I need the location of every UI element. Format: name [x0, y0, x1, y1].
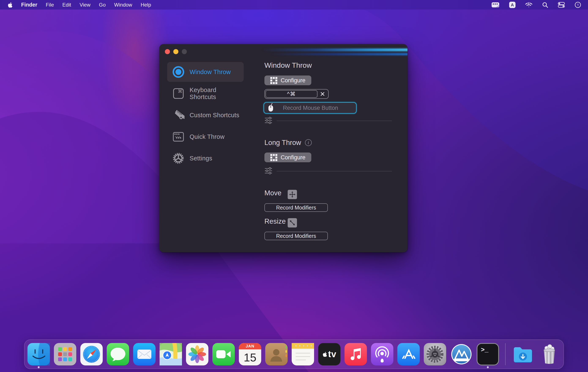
- sliders-icon[interactable]: [264, 166, 273, 176]
- dock-music-icon[interactable]: [345, 343, 367, 365]
- desktop: Finder File Edit View Go Window Help A: [0, 0, 588, 372]
- sidebar-item-quick-throw[interactable]: Quick Throw: [167, 127, 244, 147]
- grid-icon: [270, 154, 277, 161]
- sliders-icon[interactable]: [264, 116, 273, 125]
- dock-tv-icon[interactable]: tv: [318, 343, 340, 365]
- dock-trash-icon[interactable]: [538, 343, 560, 365]
- move-label: Move: [264, 189, 282, 197]
- resize-label: Resize: [264, 217, 286, 225]
- svg-text:A: A: [511, 2, 514, 7]
- sidebar-label: Settings: [189, 155, 212, 162]
- zoom-button[interactable]: [182, 49, 187, 54]
- sidebar-item-keyboard-shortcuts[interactable]: ⌘ Keyboard Shortcuts: [167, 84, 244, 103]
- long-throw-info-icon[interactable]: i: [305, 139, 312, 146]
- resize-record-modifiers-button[interactable]: Record Modifiers: [264, 232, 328, 240]
- keystroke-overlay-icon[interactable]: [491, 2, 500, 8]
- running-indicator: [487, 366, 489, 368]
- calendar-day: 15: [239, 349, 261, 365]
- menu-go[interactable]: Go: [99, 2, 106, 8]
- clear-shortcut-button[interactable]: [317, 90, 328, 98]
- spotlight-icon[interactable]: [542, 2, 548, 8]
- menu-edit[interactable]: Edit: [62, 2, 71, 8]
- shortcut-field[interactable]: ^⌘: [265, 90, 317, 98]
- dock-separator: [505, 343, 505, 365]
- move-icon: [288, 190, 297, 199]
- calendar-month: JAN: [239, 343, 261, 349]
- apple-menu-icon[interactable]: [7, 2, 13, 8]
- dock-contacts-icon[interactable]: [265, 343, 288, 365]
- dock-podcasts-icon[interactable]: [371, 343, 393, 365]
- dock-system-preferences-icon[interactable]: [424, 343, 446, 365]
- dock-finder-icon[interactable]: [28, 343, 50, 365]
- sidebar-label: Quick Throw: [189, 133, 225, 140]
- divider: [277, 120, 392, 121]
- quick-throw-icon: [167, 131, 189, 143]
- main-content: Window Throw Configure ^⌘: [264, 44, 400, 252]
- dock-app-store-icon[interactable]: [397, 343, 420, 365]
- window-throw-icon: [167, 66, 189, 78]
- resize-icon: [288, 218, 297, 228]
- sidebar-label: Custom Shortcuts: [189, 112, 239, 119]
- dock-window-manager-app-icon[interactable]: [450, 343, 472, 365]
- svg-text:⌘: ⌘: [178, 89, 182, 94]
- x-icon: [320, 92, 325, 96]
- clock-icon[interactable]: 7: [575, 1, 581, 8]
- long-throw-heading: Long Throw i: [264, 139, 312, 147]
- dock-calendar-icon[interactable]: JAN 15: [239, 343, 261, 365]
- sidebar-item-settings[interactable]: Settings: [167, 148, 244, 168]
- dock-maps-icon[interactable]: [160, 343, 182, 365]
- grid-icon: [270, 77, 277, 84]
- long-throw-configure-button[interactable]: Configure: [264, 153, 311, 162]
- dock-downloads-folder-icon[interactable]: [512, 343, 534, 365]
- apple-logo: [322, 351, 327, 357]
- window-controls: [165, 49, 187, 54]
- dock-facetime-icon[interactable]: [212, 343, 235, 365]
- menu-bar: Finder File Edit View Go Window Help A: [0, 0, 588, 10]
- window-throw-options-row: [264, 116, 392, 125]
- sidebar-item-custom-shortcuts[interactable]: Custom Shortcuts: [167, 105, 244, 125]
- long-throw-options-row: [264, 166, 392, 176]
- menu-window[interactable]: Window: [114, 2, 132, 8]
- mouse-icon: [267, 103, 274, 113]
- divider: [277, 171, 392, 171]
- record-mouse-button-field[interactable]: Record Mouse Button: [263, 102, 357, 114]
- dock-mail-icon[interactable]: [133, 343, 156, 365]
- keyboard-shortcuts-icon: ⌘: [167, 88, 189, 100]
- sidebar-item-window-throw[interactable]: Window Throw: [167, 62, 244, 82]
- sidebar-label: Keyboard Shortcuts: [189, 87, 244, 100]
- control-center-icon[interactable]: [557, 2, 565, 8]
- record-mouse-placeholder: Record Mouse Button: [274, 105, 347, 111]
- dock-safari-icon[interactable]: [80, 343, 103, 365]
- window-throw-configure-button[interactable]: Configure: [264, 76, 311, 85]
- terminal-prompt: >_: [481, 346, 488, 354]
- close-button[interactable]: [165, 49, 170, 54]
- move-record-modifiers-button[interactable]: Record Modifiers: [264, 203, 328, 212]
- dock-photos-icon[interactable]: [186, 343, 208, 365]
- settings-gear-icon: [167, 152, 189, 164]
- dock-notes-icon[interactable]: [292, 343, 314, 365]
- minimize-button[interactable]: [173, 49, 178, 54]
- svg-text:7: 7: [577, 3, 579, 7]
- sidebar-label: Window Throw: [189, 69, 231, 76]
- menubar-app-name[interactable]: Finder: [21, 2, 37, 8]
- window-throw-heading: Window Throw: [264, 61, 312, 69]
- dock: JAN 15: [24, 339, 564, 369]
- dock-messages-icon[interactable]: [107, 343, 129, 365]
- wifi-alert-icon[interactable]: [525, 2, 533, 8]
- dock-terminal-icon[interactable]: >_: [477, 343, 499, 365]
- tv-label: tv: [328, 349, 336, 359]
- custom-shortcuts-icon: [167, 109, 189, 121]
- running-indicator: [38, 366, 40, 368]
- menu-view[interactable]: View: [79, 2, 90, 8]
- app-window: Window Throw ⌘ Keyboard Shortcuts: [159, 44, 408, 252]
- window-throw-shortcut-control: ^⌘: [264, 89, 329, 99]
- menu-file[interactable]: File: [46, 2, 54, 8]
- dock-launchpad-icon[interactable]: [54, 343, 76, 365]
- menu-help[interactable]: Help: [141, 2, 151, 8]
- input-source-icon[interactable]: A: [509, 1, 516, 8]
